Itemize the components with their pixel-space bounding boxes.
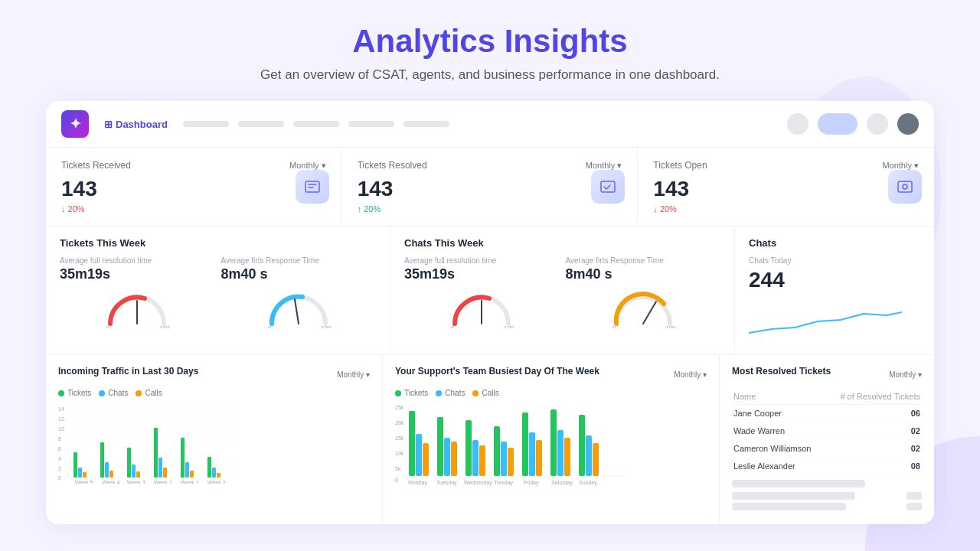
svg-rect-32: [74, 452, 77, 478]
metric-tickets-resolved: Tickets Resolved Monthly ▾ 143 ↑ 20%: [342, 148, 639, 226]
nav-active-indicator: [818, 113, 858, 135]
nav-dashboard[interactable]: ⊞ Dashboard: [98, 116, 174, 133]
svg-text:100: 100: [504, 324, 514, 328]
svg-line-7: [295, 299, 299, 324]
metric-change-1: ↑ 20%: [358, 204, 622, 214]
tickets-resolution-label: Average full resolution time: [60, 256, 215, 265]
metric-filter-0[interactable]: Monthly ▾: [289, 161, 326, 171]
incoming-traffic-filter[interactable]: Monthly ▾: [337, 370, 370, 379]
incoming-traffic-legend: Tickets Chats Calls: [58, 389, 370, 397]
mid-row: Tickets This Week Average full resolutio…: [46, 227, 934, 355]
svg-rect-79: [557, 430, 564, 476]
svg-text:Sunday: Sunday: [579, 480, 597, 486]
metrics-row: Tickets Received Monthly ▾ 143 ↓ 20% Tic…: [46, 148, 934, 227]
svg-rect-2: [898, 181, 912, 192]
svg-rect-46: [190, 471, 194, 478]
svg-rect-68: [451, 442, 457, 476]
chats-mini-chart: [749, 298, 902, 341]
tickets-first-label: Average firts Response Time: [221, 256, 377, 265]
skeleton-num-1: [906, 492, 922, 500]
resolved-name: Cameron Williamson: [732, 440, 825, 458]
svg-text:20k: 20k: [395, 420, 404, 425]
svg-text:Week 5: Week 5: [75, 480, 93, 484]
tickets-gauge-2: 0 100: [221, 289, 377, 328]
page-subtitle: Get an overview of CSAT, agents, and bus…: [46, 67, 934, 83]
skeleton-row-3: [732, 503, 846, 510]
svg-text:Saturday: Saturday: [551, 480, 573, 486]
svg-text:4: 4: [58, 456, 61, 461]
busiest-day-chart: 25k 20k 15k 10k 5k 0: [395, 403, 625, 487]
tickets-gauge-1: 0 100: [60, 289, 215, 328]
svg-text:25k: 25k: [395, 405, 404, 410]
svg-rect-37: [109, 471, 113, 478]
svg-rect-64: [416, 434, 422, 476]
busiest-day-section: Your Support's Team Busiest Day Of The W…: [383, 355, 720, 524]
svg-text:0: 0: [395, 478, 398, 483]
svg-text:100: 100: [321, 324, 332, 328]
nav-avatar-3[interactable]: [897, 113, 919, 135]
metric-label-1: Tickets Resolved: [358, 160, 427, 171]
metric-change-0: ↓ 20%: [61, 204, 326, 214]
svg-rect-41: [154, 428, 158, 478]
svg-rect-42: [158, 458, 162, 478]
svg-rect-38: [127, 448, 131, 478]
svg-text:Week 4: Week 4: [102, 480, 120, 484]
chats-first-value: 8m40 s: [566, 266, 721, 282]
busiest-day-legend: Tickets Chats Calls: [395, 389, 707, 397]
dashboard-nav: ✦ ⊞ Dashboard: [46, 101, 934, 148]
svg-rect-0: [305, 181, 319, 192]
tickets-resolution-value: 35m19s: [60, 266, 215, 282]
svg-text:0: 0: [106, 324, 110, 328]
table-row: Jane Cooper 06: [732, 405, 922, 422]
table-row: Leslie Alexander 08: [732, 458, 922, 475]
nav-placeholder-1: [183, 121, 229, 127]
chats-resolution-label: Average full resolution time: [404, 256, 560, 265]
metric-filter-1[interactable]: Monthly ▾: [586, 161, 622, 171]
most-resolved-section: Most Resolved Tickets Monthly ▾ Name # o…: [720, 355, 934, 524]
metric-label-0: Tickets Received: [61, 160, 131, 171]
svg-text:0: 0: [58, 475, 61, 481]
metric-change-2: ↓ 20%: [653, 204, 919, 214]
app-logo: ✦: [61, 110, 89, 138]
svg-rect-67: [444, 438, 450, 476]
busiest-day-title: Your Support's Team Busiest Day Of The W…: [395, 366, 599, 377]
svg-rect-63: [409, 411, 415, 476]
metric-label-2: Tickets Open: [653, 160, 707, 171]
svg-rect-36: [105, 462, 109, 478]
svg-rect-75: [522, 412, 528, 476]
svg-text:14: 14: [58, 406, 64, 412]
svg-text:10: 10: [58, 426, 64, 432]
svg-text:15k: 15k: [395, 435, 404, 441]
svg-rect-77: [536, 440, 542, 476]
svg-rect-69: [466, 420, 472, 476]
table-row: Cameron Williamson 02: [732, 440, 922, 458]
svg-text:0: 0: [451, 324, 455, 328]
metric-filter-2[interactable]: Monthly ▾: [882, 161, 919, 171]
busiest-day-filter[interactable]: Monthly ▾: [674, 370, 707, 379]
resolved-name: Wade Warren: [732, 422, 825, 440]
dashboard-icon: ⊞: [104, 119, 113, 130]
metric-icon-0: [296, 170, 329, 204]
metric-tickets-open: Tickets Open Monthly ▾ 143 ↓ 20%: [638, 148, 934, 226]
incoming-traffic-chart: 14 12 10 8 6 4 2 0: [58, 403, 234, 484]
most-resolved-filter[interactable]: Monthly ▾: [889, 370, 922, 379]
nav-avatar-1[interactable]: [787, 113, 808, 135]
svg-rect-83: [593, 443, 599, 476]
svg-rect-33: [78, 468, 82, 478]
svg-rect-80: [564, 438, 570, 476]
svg-rect-78: [550, 409, 557, 476]
svg-rect-39: [132, 465, 136, 478]
metric-tickets-received: Tickets Received Monthly ▾ 143 ↓ 20%: [46, 148, 342, 226]
svg-rect-47: [207, 457, 211, 478]
nav-placeholder-3: [293, 121, 339, 127]
dashboard-card: ✦ ⊞ Dashboard Tickets Received Monthly ▾: [46, 101, 934, 524]
skeleton-row-2: [732, 492, 855, 500]
chats-first-label: Average firts Response Time: [566, 256, 721, 265]
chats-gauge-2: 0 100: [566, 289, 721, 328]
svg-rect-74: [508, 448, 514, 476]
chats-today-value: 244: [749, 268, 920, 292]
chats-today-label: Chats Today: [749, 256, 920, 265]
nav-avatar-2[interactable]: [867, 113, 888, 135]
metric-value-1: 143: [358, 177, 622, 201]
svg-rect-81: [579, 415, 585, 476]
